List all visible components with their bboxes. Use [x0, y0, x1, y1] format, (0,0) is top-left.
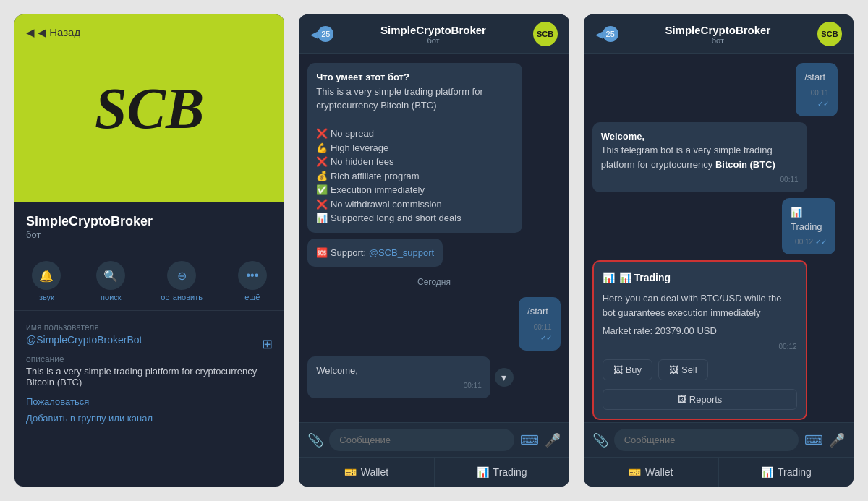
feature-1: ❌ No spread [316, 128, 374, 139]
action-sound[interactable]: 🔔 звук [32, 261, 61, 301]
back-chevron-icon-2: ◀ [310, 29, 318, 40]
keyboard-icon-2[interactable]: ⌨ [520, 432, 539, 448]
chat-panel-3: ◀ 25 SimpleCryptoBroker бот SCB /start 0… [584, 14, 854, 487]
sent-start-wrapper-2: /start 00:11 ✓✓ [511, 297, 561, 351]
feature-4: 💰 Rich affiliate program [316, 171, 419, 181]
reports-icon: 🖼 [677, 394, 686, 405]
reports-button[interactable]: 🖼 Reports [603, 389, 797, 410]
sent-trading-wrapper: 📊 Trading 00:12 ✓✓ [782, 198, 845, 254]
action-search[interactable]: 🔍 поиск [96, 261, 125, 301]
feature-7: 📊 Supported long and short deals [316, 213, 461, 223]
report-link[interactable]: Пожаловаться [26, 396, 273, 407]
trading-icon-3: 📊 [761, 466, 773, 478]
mic-icon-3[interactable]: 🎤 [829, 432, 845, 448]
scroll-down-btn-2[interactable]: ▾ [495, 368, 514, 387]
trading-sent-time: 00:12 ✓✓ [791, 236, 827, 247]
features-title: Что умеет этот бот? [316, 72, 409, 82]
feature-2: 💪 High leverage [316, 142, 388, 153]
chat-back-button-3[interactable]: ◀ 25 [595, 26, 618, 42]
action-more-label: ещё [244, 293, 260, 301]
chat-messages-2: Что умеет этот бот? This is a very simpl… [299, 54, 569, 422]
welcome-msg-2: Welcome, 00:11 [307, 356, 490, 399]
back-chevron-icon-3: ◀ [595, 29, 603, 40]
sent-start-2: /start 00:11 ✓✓ [519, 297, 561, 351]
attach-icon-2[interactable]: 📎 [307, 432, 323, 448]
welcome-wrapper-2: Welcome, 00:11 ▾ [307, 356, 522, 399]
welcome-time-3: 00:11 [601, 174, 799, 185]
trading-button-2[interactable]: 📊 Trading [435, 458, 569, 487]
wallet-button-2[interactable]: 🎫 Wallet [299, 458, 434, 487]
keyboard-icon-3[interactable]: ⌨ [804, 432, 823, 448]
description-label: описание [26, 354, 273, 364]
message-input-2[interactable] [329, 429, 514, 451]
sell-label: Sell [681, 364, 697, 375]
support-message: 🆘 Support: @SCB_support [307, 239, 443, 267]
buy-label: Buy [626, 364, 642, 375]
start-time-2: 00:11 ✓✓ [527, 322, 552, 343]
feature-5: ✅ Execution immediately [316, 184, 425, 195]
message-input-3[interactable] [614, 429, 799, 451]
wallet-icon-3: 🎫 [629, 466, 641, 478]
chat-header-3: ◀ 25 SimpleCryptoBroker бот SCB [584, 14, 854, 54]
back-button[interactable]: ◀ ◀ Назад [26, 26, 80, 39]
add-to-group-link[interactable]: Добавить в группу или канал [26, 413, 273, 424]
date-divider-2: Сегодня [307, 273, 560, 291]
trading-card-title: 📊 📊 Trading [603, 270, 797, 286]
bell-icon: 🔔 [32, 261, 61, 290]
trading-sent-text: 📊 Trading [791, 207, 822, 232]
features-desc: This is a very simple trading platform f… [316, 86, 482, 111]
profile-header: ◀ ◀ Назад SCB [14, 14, 284, 202]
chat-subtitle-3: бот [626, 36, 810, 45]
chat-input-bar-3: 📎 ⌨ 🎤 [584, 422, 854, 457]
back-arrow-icon: ◀ [26, 26, 35, 39]
bot-buttons-row-2: 🎫 Wallet 📊 Trading [299, 457, 569, 487]
chat-messages-3: /start 00:11 ✓✓ Welcome, This telegram b… [584, 54, 854, 422]
bot-name: SimpleCryptoBroker [26, 214, 273, 229]
bot-tag: бот [26, 229, 273, 240]
qr-icon[interactable]: ⊞ [262, 336, 273, 352]
chat-back-button-2[interactable]: ◀ 25 [310, 26, 333, 42]
chat-header-2: ◀ 25 SimpleCryptoBroker бот SCB [299, 14, 569, 54]
description-text: This is a very simple trading platform f… [26, 366, 273, 387]
action-stop-label: остановить [161, 293, 203, 301]
welcome-title-3: Welcome, [601, 131, 644, 142]
reports-label: Reports [689, 394, 723, 405]
buy-icon: 🖼 [613, 364, 623, 375]
action-search-label: поиск [101, 293, 122, 301]
chat-title-2: SimpleCryptoBroker [341, 24, 525, 36]
attach-icon-3[interactable]: 📎 [592, 432, 608, 448]
start-command-2: /start [527, 306, 548, 317]
chat-title-block-3: SimpleCryptoBroker бот [626, 24, 810, 45]
sent-start-3: /start 00:11 ✓✓ [796, 63, 838, 116]
buy-button[interactable]: 🖼 Buy [603, 359, 652, 380]
support-text: 🆘 Support: [316, 247, 368, 258]
welcome-text-2: Welcome, [316, 365, 358, 376]
chat-input-bar-2: 📎 ⌨ 🎤 [299, 422, 569, 457]
support-link[interactable]: @SCB_support [369, 247, 435, 258]
bot-buttons-row-3: 🎫 Wallet 📊 Trading [584, 457, 854, 487]
wallet-icon-2: 🎫 [344, 466, 357, 478]
trading-card-title-text: 📊 Trading [619, 270, 671, 286]
search-icon: 🔍 [96, 261, 125, 290]
start-time-3: 00:11 ✓✓ [804, 87, 829, 109]
profile-panel: ◀ ◀ Назад SCB SimpleCryptoBroker бот 🔔 з… [14, 14, 284, 487]
action-more[interactable]: ••• ещё [238, 261, 267, 301]
scb-logo: SCB [95, 76, 204, 142]
trading-card-icon: 📊 [603, 270, 615, 286]
sell-button[interactable]: 🖼 Sell [658, 359, 708, 380]
sent-start-wrapper-3: /start 00:11 ✓✓ [796, 63, 845, 116]
trading-button-3[interactable]: 📊 Trading [719, 458, 854, 487]
trading-label-3: Trading [778, 466, 812, 478]
action-stop[interactable]: ⊖ остановить [161, 261, 203, 301]
username-row: имя пользователя @SimpleCryptoBrokerBot … [26, 322, 273, 354]
unread-badge-2: 25 [318, 26, 333, 42]
mic-icon-2[interactable]: 🎤 [545, 432, 561, 448]
username-value: @SimpleCryptoBrokerBot [26, 334, 142, 346]
screens-container: ◀ ◀ Назад SCB SimpleCryptoBroker бот 🔔 з… [0, 0, 868, 501]
trading-icon-2: 📊 [477, 466, 489, 478]
chat-title-3: SimpleCryptoBroker [626, 24, 810, 36]
trading-card-body: Here you can deal with BTC/USD while the… [603, 291, 797, 320]
trading-card-buttons: 🖼 Buy 🖼 Sell 🖼 Reports [603, 359, 797, 410]
wallet-button-3[interactable]: 🎫 Wallet [584, 458, 719, 487]
feature-3: ❌ No hidden fees [316, 156, 393, 167]
